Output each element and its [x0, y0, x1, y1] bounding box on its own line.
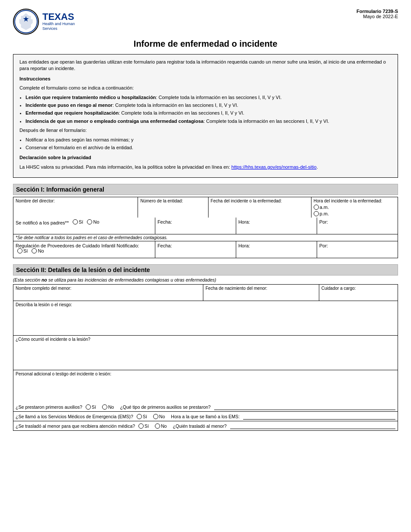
- ems-si[interactable]: Sí: [137, 414, 147, 419]
- reg-si-radio[interactable]: [17, 248, 22, 253]
- director-label: Nombre del director:: [16, 199, 135, 203]
- paux-si-label: Sí: [92, 404, 96, 410]
- page-title: Informe de enfermedad o incidente: [13, 39, 398, 49]
- notificado-no-label: No: [93, 219, 99, 224]
- after-bullet-1: Notificar a los padres según las normas …: [26, 137, 392, 143]
- reg-no-radio[interactable]: [32, 248, 37, 253]
- logo-texas-text: TEXAS: [42, 12, 75, 22]
- hora-inc-label: Hora del incidente o la enfermedad:: [314, 199, 395, 203]
- describa-input[interactable]: [16, 308, 395, 334]
- paux-no-label: No: [108, 404, 114, 410]
- cuidador-cell: Cuidador a cargo:: [319, 285, 398, 301]
- entidad-input[interactable]: [140, 204, 206, 212]
- hora-ems-label: Hora a la que se llamó a los EMS:: [171, 414, 240, 419]
- hora-inc-cell: Hora del incidente o la enfermedad: a.m.…: [311, 197, 398, 218]
- pm-option[interactable]: p.m.: [314, 211, 393, 216]
- ems-no[interactable]: No: [153, 414, 165, 419]
- traslado-no[interactable]: No: [155, 423, 167, 429]
- info-intro: Las entidades que operan las guarderías …: [19, 59, 392, 72]
- am-label: a.m.: [320, 205, 329, 210]
- por-reg-cell: Por:: [317, 241, 398, 258]
- regulacion-label: Regulación de Proveedores de Cuidado Inf…: [16, 243, 139, 248]
- fecha-notif-input[interactable]: [157, 224, 234, 232]
- reg-no-label: No: [38, 248, 44, 253]
- traslado-si[interactable]: Sí: [138, 423, 149, 429]
- quien-traslado-label: ¿Quién trasladó al menor?: [173, 423, 226, 429]
- por-reg-input[interactable]: [319, 248, 395, 256]
- hora-notif-cell: Hora:: [236, 218, 317, 234]
- fecha-nac-input[interactable]: [206, 292, 317, 299]
- instructions-bullets: Lesión que requiere tratamiento médico u…: [19, 94, 392, 125]
- nombre-menor-input[interactable]: [16, 292, 201, 299]
- ems-label: ¿Se llamó a los Servicios Médicos de Eme…: [16, 414, 133, 419]
- logo-sub-text: Health and Human Services: [42, 22, 75, 31]
- ems-si-radio[interactable]: [137, 414, 142, 419]
- por-notif-input[interactable]: [319, 224, 395, 232]
- instructions-title: Instrucciones: [19, 76, 392, 82]
- page-header: TEXAS Health and Human Services Formular…: [13, 9, 398, 35]
- paux-no-radio[interactable]: [102, 404, 107, 410]
- por-reg-label: Por:: [319, 243, 328, 248]
- section2-subtitle: (Esta sección no se utiliza para las inc…: [13, 277, 398, 282]
- paux-si[interactable]: Sí: [86, 404, 96, 410]
- reg-no[interactable]: No: [32, 248, 44, 253]
- instructions-intro: Complete el formulario como se indica a …: [19, 85, 392, 91]
- entidad-label: Número de la entidad:: [140, 199, 206, 203]
- quien-traslado-input[interactable]: [230, 423, 395, 429]
- logo-text: TEXAS Health and Human Services: [42, 12, 75, 31]
- traslado-no-radio[interactable]: [155, 423, 160, 429]
- notificado-si[interactable]: Sí: [73, 219, 83, 224]
- am-radio[interactable]: [314, 205, 319, 210]
- sec1-row2: Se notificó a los padres** Sí No Fecha: …: [13, 218, 398, 234]
- traslado-si-radio[interactable]: [138, 423, 144, 429]
- por-notif-label: Por:: [319, 219, 328, 224]
- fecha-inc-input[interactable]: [211, 204, 309, 212]
- traslado-label: ¿Se trasladó al menor para que recibiera…: [16, 423, 135, 429]
- privacy-link[interactable]: https://hhs.texas.gov/es/normas-del-siti…: [231, 164, 317, 170]
- cuidador-input[interactable]: [321, 292, 395, 299]
- personal-input[interactable]: [16, 377, 395, 401]
- paux-no[interactable]: No: [102, 404, 114, 410]
- logo-circle: [13, 9, 39, 35]
- ems-row: ¿Se llamó a los Servicios Médicos de Eme…: [13, 412, 398, 421]
- form-id-date: Mayo de 2022-E: [356, 14, 398, 19]
- personal-cell: Personal adicional o testigo del inciden…: [13, 370, 398, 402]
- paux-si-radio[interactable]: [86, 404, 91, 410]
- notificado-si-radio[interactable]: [73, 219, 78, 224]
- privacy-title: Declaración sobre la privacidad: [19, 154, 392, 161]
- reg-si[interactable]: Sí: [17, 248, 28, 253]
- form-id-number: Formulario 7239-S: [356, 9, 398, 14]
- hora-ems-input[interactable]: [243, 413, 395, 420]
- primeros-aux-label: ¿Se prestaron primeros auxilios?: [16, 404, 82, 410]
- como-input[interactable]: [16, 343, 395, 369]
- que-tipo-label: ¿Qué tipo de primeros auxilios se presta…: [120, 404, 211, 410]
- traslado-si-label: Sí: [144, 423, 149, 429]
- hora-notif-input[interactable]: [238, 224, 315, 232]
- after-bullet-2: Conservar el formulario en el archivo de…: [26, 144, 392, 151]
- notificado-no[interactable]: No: [87, 219, 99, 224]
- pm-radio[interactable]: [314, 211, 319, 216]
- reg-si-label: Sí: [23, 248, 28, 253]
- fecha-notif-cell: Fecha:: [155, 218, 236, 234]
- ems-no-radio[interactable]: [153, 414, 158, 419]
- que-tipo-input[interactable]: [214, 404, 395, 410]
- fecha-reg-input[interactable]: [157, 248, 234, 256]
- como-label: ¿Cómo ocurrió el incidente o la lesión?: [16, 337, 395, 342]
- fecha-reg-cell: Fecha:: [155, 241, 236, 258]
- primeros-aux-row: ¿Se prestaron primeros auxilios? Sí No ¿…: [13, 402, 398, 412]
- entidad-cell: Número de la entidad:: [138, 197, 208, 218]
- info-box: Las entidades que operan las guarderías …: [13, 54, 398, 178]
- notificado-no-radio[interactable]: [87, 219, 92, 224]
- nombre-menor-cell: Nombre completo del menor:: [13, 285, 203, 301]
- hora-reg-cell: Hora:: [236, 241, 317, 258]
- traslado-no-label: No: [161, 423, 167, 429]
- bullet-3: Enfermedad que requiere hospitalización:…: [26, 110, 392, 116]
- notificado-cell: Se notificó a los padres** Sí No: [13, 218, 155, 234]
- hora-notif-label: Hora:: [238, 219, 250, 224]
- fecha-nac-label: Fecha de nacimiento del menor:: [206, 286, 317, 291]
- cuidador-label: Cuidador a cargo:: [321, 286, 395, 291]
- privacy-text: La HHSC valora su privacidad. Para más i…: [19, 164, 392, 170]
- hora-reg-input[interactable]: [238, 248, 315, 256]
- am-option[interactable]: a.m.: [314, 205, 393, 210]
- director-input[interactable]: [16, 204, 135, 212]
